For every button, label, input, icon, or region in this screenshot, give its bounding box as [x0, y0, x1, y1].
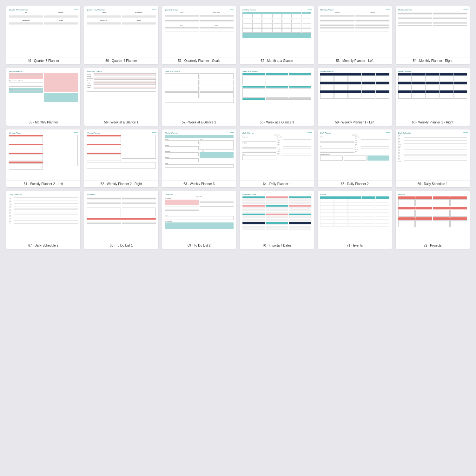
card-56[interactable]: Week at a Glance ⟶⟶ Monday Tuesday Wedne… — [84, 68, 158, 126]
preview-52: Monthly Planner ⟶⟶ — [240, 6, 314, 57]
preview-title-52: Monthly Planner — [242, 9, 311, 11]
preview-title-62: Weekly Planner — [87, 132, 155, 134]
preview-58: Week at a Glance ⟶⟶ — [240, 68, 314, 119]
preview-57: Week at a Glance ⟶⟶ — [162, 68, 236, 119]
label-63: 63 - Weekly Planner 3 — [162, 180, 236, 187]
preview-title-71: Events — [320, 194, 389, 195]
label-69: 69 - To Do List 2 — [162, 242, 236, 249]
preview-title-64: Daily Planner — [242, 132, 311, 134]
card-72[interactable]: Projects ⟶⟶ — [396, 191, 470, 249]
label-72: 72 - Projects — [396, 242, 470, 249]
card-71[interactable]: Events ⟶⟶ — [318, 191, 392, 249]
card-58[interactable]: Week at a Glance ⟶⟶ — [240, 68, 314, 126]
preview-70: Important Dates ⟶⟶ — [240, 191, 314, 242]
preview-title-59: Weekly Planner — [320, 70, 389, 72]
label-70: 70 - Important Dates — [240, 242, 314, 249]
card-67[interactable]: Daily Schedule ⟶⟶ 5 am 6 am 7 am 8 am 9 … — [6, 191, 80, 249]
preview-title-68: To Do List — [87, 194, 155, 195]
preview-title-51: Quarterly Goals — [165, 9, 234, 11]
preview-title-49: Quarter Three Planner — [9, 9, 78, 11]
card-49[interactable]: Quarter Three Planner ⟶⟶ July August Sep… — [6, 6, 80, 64]
planner-grid: Quarter Three Planner ⟶⟶ July August Sep… — [6, 6, 470, 249]
preview-71: Events ⟶⟶ — [318, 191, 392, 242]
card-66[interactable]: Daily Schedule ⟶⟶ 5 am 6 am 7 am 8 am 9 … — [396, 129, 470, 187]
label-52: 52 - Month at a Glance — [240, 57, 314, 64]
label-64: 64 - Daily Planner 1 — [240, 180, 314, 187]
preview-59: Weekly Planner ⟶⟶ — [318, 68, 392, 119]
label-62: 62 - Weekly Planner 2 - Right — [84, 180, 158, 187]
label-65: 65 - Daily Planner 2 — [318, 180, 392, 187]
preview-title-57: Week at a Glance — [165, 70, 234, 72]
card-64[interactable]: Daily Planner ⟶⟶ M O N T H S Top priorit… — [240, 129, 314, 187]
label-59: 59 - Weekly Planner 1 - Left — [318, 119, 392, 126]
card-60[interactable]: Weekly Planner ⟶⟶ — [396, 68, 470, 126]
label-60: 60 - Weekly Planner 1 - Right — [396, 119, 470, 126]
preview-55: Monthly Planner ⟶⟶ Appointments and Even… — [6, 68, 80, 119]
card-63[interactable]: Weekly Planner ⟶⟶ Monday Tuesday Wednesd… — [162, 129, 236, 187]
label-71: 71 - Events — [318, 242, 392, 249]
preview-51: Quarterly Goals ⟶⟶ Goals Action Steps To… — [162, 6, 236, 57]
preview-title-53: Monthly Planner — [320, 9, 389, 11]
card-69[interactable]: To Do List ⟶⟶ M O N T H S Top priorities… — [162, 191, 236, 249]
card-51[interactable]: Quarterly Goals ⟶⟶ Goals Action Steps To… — [162, 6, 236, 64]
preview-title-65: Daily Planner — [320, 132, 389, 134]
preview-title-67: Daily Schedule — [9, 194, 78, 195]
label-55: 55 - Monthly Planner — [6, 119, 80, 126]
card-59[interactable]: Weekly Planner ⟶⟶ — [318, 68, 392, 126]
label-56: 56 - Week at a Glance 1 — [84, 119, 158, 126]
preview-62: Weekly Planner ⟶⟶ — [84, 129, 158, 180]
preview-title-70: Important Dates — [242, 194, 311, 195]
preview-69: To Do List ⟶⟶ M O N T H S Top priorities… — [162, 191, 236, 242]
preview-66: Daily Schedule ⟶⟶ 5 am 6 am 7 am 8 am 9 … — [396, 129, 470, 180]
preview-title-66: Daily Schedule — [398, 132, 467, 134]
preview-title-72: Projects — [398, 194, 467, 195]
label-66: 66 - Daily Schedule 1 — [396, 180, 470, 187]
card-70[interactable]: Important Dates ⟶⟶ — [240, 191, 314, 249]
preview-61: Weekly Planner ⟶⟶ — [6, 129, 80, 180]
card-65[interactable]: Daily Planner ⟶⟶ M O N T H S To Do Notes… — [318, 129, 392, 187]
label-53: 53 - Monthly Planner - Left — [318, 57, 392, 64]
preview-50: Quarter Four Planner ⟶⟶ October November… — [84, 6, 158, 57]
card-53[interactable]: Monthly Planner ⟶⟶ January February — [318, 6, 392, 64]
preview-68: To Do List ⟶⟶ — [84, 191, 158, 242]
card-55[interactable]: Monthly Planner ⟶⟶ Appointments and Even… — [6, 68, 80, 126]
card-61[interactable]: Weekly Planner ⟶⟶ — [6, 129, 80, 187]
card-62[interactable]: Weekly Planner ⟶⟶ — [84, 129, 158, 187]
label-67: 67 - Daily Schedule 2 — [6, 242, 80, 249]
preview-60: Weekly Planner ⟶⟶ — [396, 68, 470, 119]
card-50[interactable]: Quarter Four Planner ⟶⟶ October November… — [84, 6, 158, 64]
label-49: 49 - Quarter 3 Planner — [6, 57, 80, 64]
label-51: 51 - Quarterly Planner - Goals — [162, 57, 236, 64]
card-68[interactable]: To Do List ⟶⟶ — [84, 191, 158, 249]
preview-title-61: Weekly Planner — [9, 132, 78, 134]
label-50: 50 - Quarter 4 Planner — [84, 57, 158, 64]
preview-72: Projects ⟶⟶ — [396, 191, 470, 242]
label-54: 54 - Monthly Planner - Right — [396, 57, 470, 64]
preview-title-69: To Do List — [165, 194, 234, 195]
preview-title-56: Week at a Glance — [87, 70, 155, 72]
preview-title-58: Week at a Glance — [242, 70, 311, 72]
preview-63: Weekly Planner ⟶⟶ Monday Tuesday Wednesd… — [162, 129, 236, 180]
preview-53: Monthly Planner ⟶⟶ January February — [318, 6, 392, 57]
preview-title-54: Monthly Planner — [398, 9, 467, 11]
label-68: 68 - To Do List 1 — [84, 242, 158, 249]
preview-54: Monthly Planner ⟶⟶ — [396, 6, 470, 57]
label-58: 58 - Week at a Glance 3 — [240, 119, 314, 126]
preview-title-55: Monthly Planner — [9, 70, 78, 72]
preview-title-60: Weekly Planner — [398, 70, 467, 72]
preview-title-50: Quarter Four Planner — [87, 9, 155, 11]
preview-56: Week at a Glance ⟶⟶ Monday Tuesday Wedne… — [84, 68, 158, 119]
preview-49: Quarter Three Planner ⟶⟶ July August Sep… — [6, 6, 80, 57]
card-52[interactable]: Monthly Planner ⟶⟶ 52 - Month at a Glanc… — [240, 6, 314, 64]
preview-65: Daily Planner ⟶⟶ M O N T H S To Do Notes… — [318, 129, 392, 180]
card-54[interactable]: Monthly Planner ⟶⟶ 54 - Monthly Planner … — [396, 6, 470, 64]
preview-67: Daily Schedule ⟶⟶ 5 am 6 am 7 am 8 am 9 … — [6, 191, 80, 242]
preview-64: Daily Planner ⟶⟶ M O N T H S Top priorit… — [240, 129, 314, 180]
label-57: 57 - Week at a Glance 2 — [162, 119, 236, 126]
preview-title-63: Weekly Planner — [165, 132, 234, 134]
label-61: 61 - Weekly Planner 2 - Left — [6, 180, 80, 187]
card-57[interactable]: Week at a Glance ⟶⟶ — [162, 68, 236, 126]
